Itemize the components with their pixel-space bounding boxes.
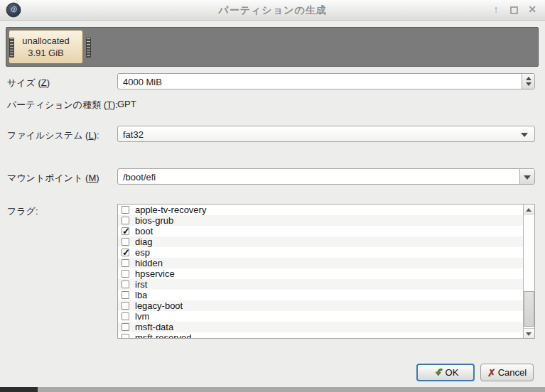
flag-row[interactable]: lba: [118, 290, 523, 300]
partition-type-label: パーティションの種類 (T):: [7, 99, 118, 111]
checkbox[interactable]: [122, 270, 129, 278]
mountpoint-value: /boot/efi: [123, 170, 156, 185]
flag-row[interactable]: hidden: [118, 258, 523, 268]
flag-row[interactable]: msft-reserved: [118, 332, 523, 339]
flag-row[interactable]: msft-data: [118, 322, 523, 332]
checkbox[interactable]: [122, 227, 129, 235]
maximize-icon[interactable]: [510, 6, 518, 14]
scrollbar-up-button[interactable]: [524, 205, 534, 214]
checkbox[interactable]: [122, 238, 129, 246]
window-title: パーティションの生成: [0, 4, 545, 17]
filesystem-combobox[interactable]: fat32: [117, 126, 535, 142]
checkbox[interactable]: [122, 259, 129, 267]
flag-row[interactable]: irst: [118, 279, 523, 290]
checkbox[interactable]: [122, 281, 129, 288]
cancel-button-label: Cancel: [498, 367, 527, 378]
mountpoint-combobox[interactable]: /boot/efi: [117, 168, 535, 185]
size-spin-buttons[interactable]: [522, 74, 534, 89]
size-spinbox[interactable]: 4000 MiB: [117, 73, 535, 89]
spin-down-icon[interactable]: [526, 82, 531, 86]
flag-row[interactable]: bios-grub: [118, 215, 523, 226]
new-partition-box[interactable]: unallocated 3.91 GiB: [9, 30, 83, 64]
cancel-x-icon: ✗: [487, 367, 496, 379]
checkbox[interactable]: [122, 302, 129, 310]
flags-label: フラグ:: [7, 205, 38, 218]
size-value: 4000 MiB: [123, 75, 162, 89]
checkbox[interactable]: [122, 217, 129, 224]
chevron-down-icon: [521, 133, 528, 137]
flag-row[interactable]: esp: [118, 247, 523, 258]
ok-button[interactable]: OK: [416, 364, 475, 381]
flag-row[interactable]: diag: [118, 236, 523, 247]
flag-row[interactable]: lvm: [118, 311, 523, 322]
scrollbar-thumb[interactable]: [524, 291, 534, 327]
checkbox[interactable]: [122, 323, 129, 331]
cancel-button[interactable]: ✗ Cancel: [480, 364, 534, 381]
flag-row[interactable]: hpservice: [118, 268, 523, 279]
filesystem-label: ファイルシステム (L):: [7, 129, 99, 142]
resize-grip-left[interactable]: [9, 38, 14, 58]
partition-size: 3.91 GiB: [28, 47, 64, 59]
partition-visual-bar: unallocated 3.91 GiB: [6, 27, 539, 67]
partition-name: unallocated: [22, 35, 70, 47]
bottom-edge: [0, 387, 545, 392]
scrollbar-down-button[interactable]: [524, 328, 534, 338]
ok-arrow-icon: [433, 367, 443, 378]
chevron-down-icon: [524, 175, 531, 180]
filesystem-value: fat32: [123, 127, 144, 142]
checkbox[interactable]: [122, 291, 129, 299]
spin-up-icon[interactable]: [526, 77, 531, 80]
create-partition-dialog: { "window": { "title": "パーティションの生成", "co…: [0, 0, 545, 392]
titlebar: パーティションの生成 ↑ ✕: [0, 0, 545, 21]
flag-row[interactable]: legacy-boot: [118, 300, 523, 311]
mountpoint-dropdown-button[interactable]: [519, 169, 534, 184]
triangle-down-icon: [526, 332, 531, 336]
flags-scrollbar[interactable]: [523, 205, 534, 338]
flag-row[interactable]: boot: [118, 226, 523, 236]
flag-row[interactable]: apple-tv-recovery: [118, 205, 523, 215]
checkbox[interactable]: [122, 312, 129, 320]
close-icon[interactable]: ✕: [527, 4, 538, 15]
rollup-icon[interactable]: ↑: [490, 4, 502, 15]
checkbox[interactable]: [122, 206, 129, 214]
bottom-edge-dark-segment: [0, 387, 38, 392]
checkbox[interactable]: [122, 334, 129, 339]
partition-type-value: GPT: [117, 99, 136, 109]
resize-grip-right[interactable]: [86, 38, 91, 58]
ok-button-label: OK: [446, 367, 459, 378]
mountpoint-label: マウントポイント (M): [7, 172, 99, 185]
checkbox[interactable]: [122, 249, 129, 256]
flags-list: apple-tv-recovery bios-grub boot diag es…: [117, 204, 535, 339]
triangle-up-icon: [526, 208, 531, 212]
size-label: サイズ (Z): [7, 77, 50, 89]
